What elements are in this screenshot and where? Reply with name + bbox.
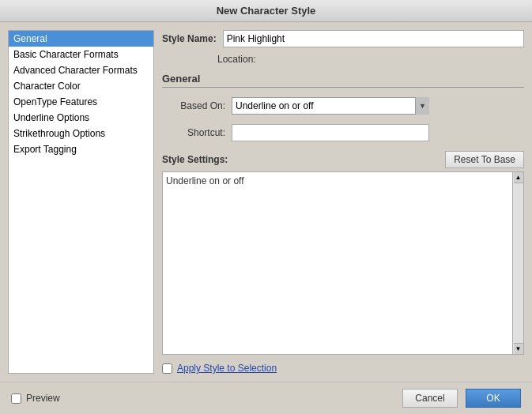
apply-style-label[interactable]: Apply Style to Selection [177, 363, 277, 374]
dialog-title: New Character Style [0, 0, 532, 22]
scrollbar-up-button[interactable]: ▲ [514, 172, 523, 183]
style-name-row: Style Name: [162, 30, 524, 47]
location-label: Location: [217, 54, 256, 65]
bottom-buttons: Cancel OK [402, 389, 521, 408]
based-on-row: Based On: Underline on or off [None] Bas… [162, 97, 524, 115]
sidebar-panel: GeneralBasic Character FormatsAdvanced C… [8, 30, 154, 374]
ok-button[interactable]: OK [466, 389, 521, 408]
location-row: Location: [217, 54, 524, 65]
style-name-label: Style Name: [162, 33, 217, 44]
preview-row: Preview [11, 393, 60, 404]
section-header: General [162, 73, 524, 88]
right-panel: Style Name: Location: General Based On: … [162, 30, 524, 374]
sidebar-item-export-tagging[interactable]: Export Tagging [9, 141, 153, 157]
style-settings-header: Style Settings: Reset To Base [162, 151, 524, 168]
apply-style-row: Apply Style to Selection [162, 363, 524, 374]
scrollbar-down-button[interactable]: ▼ [514, 343, 523, 354]
shortcut-label: Shortcut: [162, 127, 225, 138]
sidebar-item-underline-options[interactable]: Underline Options [9, 110, 153, 126]
sidebar-item-general[interactable]: General [9, 31, 153, 47]
cancel-button[interactable]: Cancel [402, 389, 458, 408]
shortcut-input[interactable] [232, 124, 429, 141]
style-name-input[interactable] [223, 30, 524, 47]
style-settings-section: Style Settings: Reset To Base Underline … [162, 151, 524, 355]
sidebar-item-character-color[interactable]: Character Color [9, 78, 153, 94]
title-text: New Character Style [217, 5, 316, 17]
based-on-select[interactable]: Underline on or off [None] Basic Paragra… [232, 97, 429, 115]
preview-checkbox[interactable] [11, 393, 21, 404]
preview-label: Preview [26, 393, 60, 404]
bottom-bar: Preview Cancel OK [0, 382, 532, 414]
based-on-label: Based On: [162, 100, 225, 111]
sidebar-item-advanced-character-formats[interactable]: Advanced Character Formats [9, 62, 153, 78]
sidebar-item-basic-character-formats[interactable]: Basic Character Formats [9, 47, 153, 62]
reset-to-base-button[interactable]: Reset To Base [445, 151, 524, 168]
style-settings-label: Style Settings: [162, 154, 228, 165]
style-settings-box: Underline on or off ▲ ▼ [162, 171, 524, 355]
apply-style-checkbox[interactable] [162, 363, 172, 374]
style-settings-scrollbar[interactable]: ▲ ▼ [512, 172, 523, 354]
sidebar-item-strikethrough-options[interactable]: Strikethrough Options [9, 126, 153, 141]
based-on-select-wrapper[interactable]: Underline on or off [None] Basic Paragra… [232, 97, 429, 115]
shortcut-row: Shortcut: [162, 124, 524, 141]
style-settings-content: Underline on or off [166, 175, 520, 186]
sidebar-item-opentype-features[interactable]: OpenType Features [9, 94, 153, 110]
